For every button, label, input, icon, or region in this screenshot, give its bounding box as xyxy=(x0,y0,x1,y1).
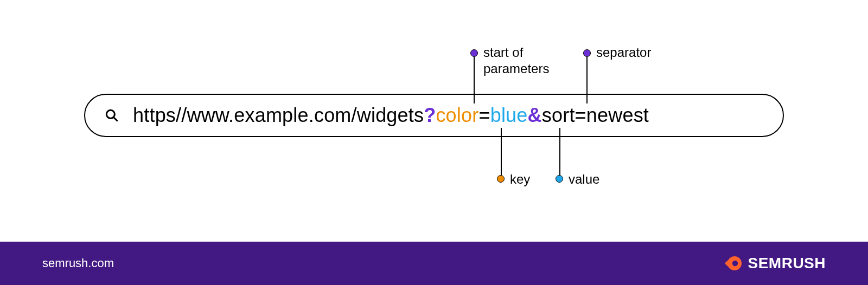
annotation-start-of-parameters: start of parameters xyxy=(483,44,549,77)
annotation-separator: separator xyxy=(596,44,651,61)
url-param2-value: newest xyxy=(586,104,649,126)
url-diagram: start of parameters separator https//www… xyxy=(0,0,868,242)
url-start-delim: ? xyxy=(424,104,436,126)
url-equals1: = xyxy=(478,104,490,126)
dot-separator xyxy=(583,49,591,57)
brand-name: SEMRUSH xyxy=(748,255,826,272)
url-param1-key: color xyxy=(436,104,478,126)
footer: semrush.com SEMRUSH xyxy=(0,242,868,285)
svg-point-3 xyxy=(732,261,738,266)
dot-key xyxy=(497,175,505,183)
url-param2-key: sort xyxy=(542,104,575,126)
flame-icon xyxy=(723,254,742,273)
url-base: https//www.example.com/widgets xyxy=(133,104,424,126)
dot-value xyxy=(556,175,563,183)
brand-logo: SEMRUSH xyxy=(723,254,826,273)
line-value xyxy=(559,128,560,177)
search-icon xyxy=(105,108,119,122)
annotation-value: value xyxy=(569,171,599,187)
url-separator: & xyxy=(528,104,542,126)
footer-site-url: semrush.com xyxy=(42,256,114,270)
line-key xyxy=(501,128,502,177)
url-param1-value: blue xyxy=(490,104,528,126)
svg-line-1 xyxy=(113,117,117,120)
url-text: https//www.example.com/widgets?color=blu… xyxy=(133,104,649,127)
dot-start-params xyxy=(470,49,478,57)
url-bar: https//www.example.com/widgets?color=blu… xyxy=(84,94,784,137)
annotation-key: key xyxy=(510,171,530,187)
url-equals2: = xyxy=(575,104,586,126)
